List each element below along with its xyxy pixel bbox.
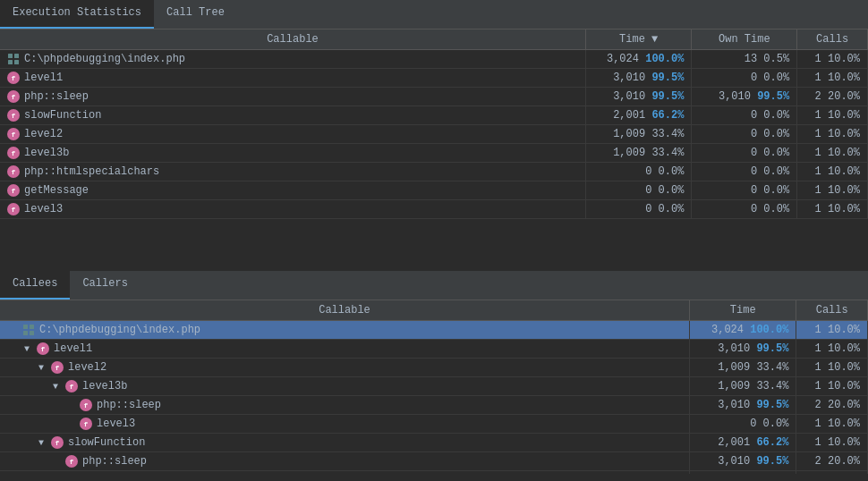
- calls-percent: 10.0%: [828, 380, 860, 392]
- own-time-value: 0: [751, 184, 757, 197]
- calls-value: 1: [815, 342, 821, 355]
- time-value: 3,010: [613, 72, 645, 84]
- tab-call-tree[interactable]: Call Tree: [154, 0, 237, 29]
- table-row[interactable]: f getMessage 0 0.0% 0 0.0% 1 10.0%: [0, 181, 868, 200]
- tab-callees[interactable]: Callees: [0, 270, 70, 300]
- calls-value: 1: [815, 436, 821, 449]
- callable-cell: ▼ f level3b: [0, 377, 690, 396]
- calls-cell: 1 10.0%: [797, 69, 868, 88]
- grid-icon: [22, 324, 35, 336]
- table-row[interactable]: f php::sleep 3,010 99.5% 2 20.0%: [0, 396, 868, 415]
- table-row[interactable]: ▼ f slowFunction 2,001 66.2% 1 10.0%: [0, 434, 868, 452]
- lower-table: Callable Time Calls C:\phpdebugging\inde…: [0, 300, 868, 474]
- calls-cell: 1 10.0%: [797, 144, 868, 163]
- lower-table-body: C:\phpdebugging\index.php 3,024 100.0% 1…: [0, 321, 868, 475]
- table-row[interactable]: f level2 1,009 33.4% 0 0.0% 1 10.0%: [0, 125, 868, 144]
- calls-cell: 1 10.0%: [796, 321, 868, 340]
- tab-callers[interactable]: Callers: [70, 270, 140, 300]
- calls-percent: 10.0%: [828, 436, 860, 449]
- php-icon: f: [7, 184, 20, 197]
- callable-cell: f php::sleep: [0, 88, 585, 106]
- callable-name: slowFunction: [68, 436, 145, 449]
- tree-expand-icon[interactable]: ▼: [36, 363, 47, 373]
- table-row[interactable]: C:\phpdebugging\index.php 3,024 100.0% 1…: [0, 321, 868, 340]
- table-row[interactable]: f level3 0 0.0% 1 10.0%: [0, 415, 868, 434]
- callable-cell: f getMessage: [0, 181, 585, 200]
- table-row[interactable]: f php::sleep 3,010 99.5% 2 20.0%: [0, 452, 868, 471]
- calls-percent: 10.0%: [828, 361, 860, 374]
- own-time-cell: 0 0.0%: [692, 125, 797, 144]
- calls-value: 1: [815, 165, 821, 178]
- tree-expand-icon[interactable]: ▼: [36, 438, 47, 448]
- time-cell: 3,010 99.5%: [585, 88, 691, 106]
- calls-cell: 1 10.0%: [796, 471, 868, 475]
- table-row[interactable]: f getMessage 0 0.0% 1 10.0%: [0, 471, 868, 475]
- own-time-cell: 3,010 99.5%: [692, 88, 797, 106]
- calls-value: 1: [815, 418, 821, 430]
- table-row[interactable]: C:\phpdebugging\index.php 3,024 100.0% 1…: [0, 50, 868, 69]
- callable-cell: C:\phpdebugging\index.php: [0, 50, 585, 69]
- time-cell: 1,009 33.4%: [690, 377, 796, 396]
- header-callable[interactable]: Callable: [0, 30, 585, 50]
- header-time[interactable]: Time ▼: [585, 30, 691, 50]
- grid-icon: [7, 53, 20, 65]
- table-row[interactable]: f slowFunction 2,001 66.2% 0 0.0% 1 10.0…: [0, 106, 868, 125]
- time-value: 0: [645, 203, 651, 215]
- header-own-time[interactable]: Own Time: [692, 30, 797, 50]
- callable-cell: f php::htmlspecialchars: [0, 163, 585, 181]
- tree-expand-icon[interactable]: ▼: [21, 344, 32, 354]
- svg-rect-6: [23, 331, 28, 335]
- time-cell: 3,010 99.5%: [690, 452, 796, 471]
- time-value: 0: [645, 184, 651, 197]
- php-icon: f: [37, 342, 49, 355]
- time-value: 3,024: [711, 324, 744, 336]
- own-time-percent: 0.0%: [763, 109, 789, 122]
- own-time-value: 0: [751, 165, 757, 178]
- time-value: 0: [645, 165, 651, 178]
- php-icon: f: [7, 147, 20, 159]
- callable-name: level3b: [82, 380, 127, 392]
- time-percent: 99.5%: [651, 72, 684, 84]
- calls-value: 1: [815, 72, 821, 84]
- callable-name: level3: [24, 203, 63, 215]
- table-row[interactable]: ▼ f level3b 1,009 33.4% 1 10.0%: [0, 377, 868, 396]
- tree-expand-icon[interactable]: ▼: [50, 382, 61, 392]
- lower-table-container[interactable]: Callable Time Calls C:\phpdebugging\inde…: [0, 300, 868, 474]
- time-value: 2,001: [613, 109, 645, 122]
- lower-header-calls[interactable]: Calls: [796, 300, 868, 321]
- table-row[interactable]: ▼ f level1 3,010 99.5% 1 10.0%: [0, 340, 868, 359]
- own-time-value: 13: [745, 53, 757, 65]
- php-icon: f: [51, 436, 64, 449]
- callable-cell: C:\phpdebugging\index.php: [0, 321, 690, 340]
- calls-value: 1: [815, 184, 821, 197]
- table-row[interactable]: f php::sleep 3,010 99.5% 3,010 99.5% 2 2…: [0, 88, 868, 106]
- calls-cell: 1 10.0%: [797, 106, 868, 125]
- upper-panel: Callable Time ▼ Own Time Calls C:\phpdeb…: [0, 30, 868, 271]
- time-cell: 0 0.0%: [585, 200, 691, 219]
- lower-header-time[interactable]: Time: [690, 300, 796, 321]
- lower-header-callable[interactable]: Callable: [0, 300, 690, 321]
- time-value: 1,009: [613, 147, 645, 159]
- calls-cell: 2 20.0%: [796, 396, 868, 415]
- time-value: 3,010: [718, 399, 750, 411]
- time-percent: 0.0%: [763, 418, 789, 430]
- table-row[interactable]: f level3b 1,009 33.4% 0 0.0% 1 10.0%: [0, 144, 868, 163]
- table-row[interactable]: ▼ f level2 1,009 33.4% 1 10.0%: [0, 359, 868, 377]
- callable-name: php::htmlspecialchars: [24, 165, 159, 178]
- table-row[interactable]: f level3 0 0.0% 0 0.0% 1 10.0%: [0, 200, 868, 219]
- table-row[interactable]: f level1 3,010 99.5% 0 0.0% 1 10.0%: [0, 69, 868, 88]
- tab-execution-statistics[interactable]: Execution Statistics: [0, 0, 154, 29]
- header-calls[interactable]: Calls: [797, 30, 868, 50]
- callable-name: C:\phpdebugging\index.php: [24, 53, 185, 65]
- tab-label-execution-statistics: Execution Statistics: [13, 6, 141, 19]
- own-time-percent: 0.0%: [763, 72, 789, 84]
- own-time-percent: 0.0%: [763, 184, 789, 197]
- time-percent: 33.4%: [756, 361, 788, 374]
- calls-value: 1: [815, 53, 821, 65]
- callable-name: getMessage: [24, 184, 89, 197]
- calls-percent: 10.0%: [828, 147, 860, 159]
- calls-cell: 1 10.0%: [797, 181, 868, 200]
- table-row[interactable]: f php::htmlspecialchars 0 0.0% 0 0.0% 1 …: [0, 163, 868, 181]
- callable-cell: ▼ f level1: [0, 340, 690, 359]
- upper-table-container[interactable]: Callable Time ▼ Own Time Calls C:\phpdeb…: [0, 30, 868, 271]
